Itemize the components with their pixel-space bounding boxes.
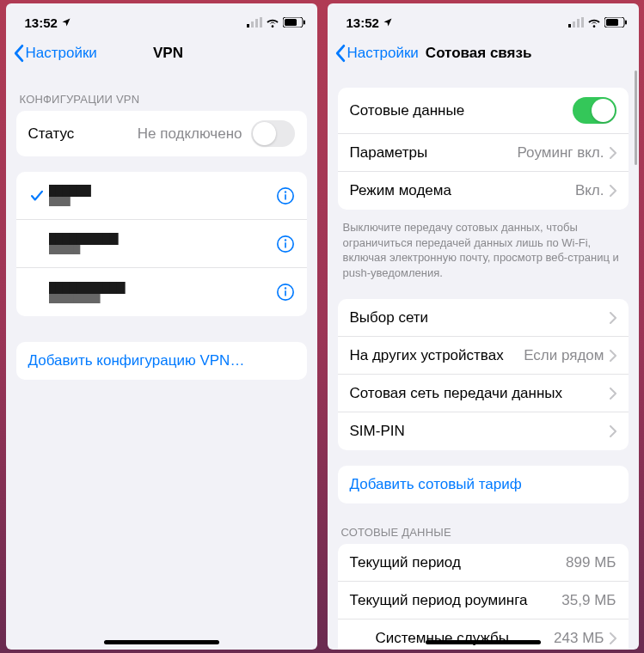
svg-rect-6: [304, 21, 305, 25]
vpn-sub: ██████████: [49, 294, 276, 303]
vpn-name: ██████: [49, 185, 276, 197]
current-period-label: Текущий период: [350, 554, 567, 571]
page-title: Сотовая связь: [426, 45, 532, 62]
status-toggle[interactable]: [251, 120, 295, 147]
add-vpn-label: Добавить конфигурацию VPN…: [28, 352, 245, 369]
home-indicator[interactable]: [426, 640, 541, 644]
status-bar: 13:52: [6, 3, 317, 34]
params-row[interactable]: Параметры Роуминг вкл.: [338, 134, 629, 172]
other-devices-value: Если рядом: [524, 347, 604, 364]
apn-row[interactable]: Сотовая сеть передачи данных: [338, 375, 629, 412]
chevron-right-icon: [610, 312, 616, 324]
svg-rect-22: [625, 21, 627, 25]
info-icon[interactable]: [276, 186, 295, 205]
svg-rect-5: [285, 19, 297, 26]
info-icon[interactable]: [276, 235, 295, 253]
current-period-row[interactable]: Текущий период 899 МБ: [338, 544, 629, 582]
chevron-right-icon: [610, 388, 616, 400]
status-time: 13:52: [25, 15, 58, 30]
home-indicator[interactable]: [104, 640, 219, 644]
vpn-config-item[interactable]: ██████████ ██████: [16, 220, 307, 268]
params-value: Роуминг вкл.: [518, 144, 604, 162]
svg-rect-2: [255, 19, 258, 27]
other-devices-row[interactable]: На других устройствах Если рядом: [338, 337, 629, 375]
chevron-left-icon: [13, 44, 24, 63]
svg-point-15: [285, 288, 285, 289]
add-vpn-button[interactable]: Добавить конфигурацию VPN…: [16, 342, 307, 380]
cellular-footer: Выключите передачу сотовых данных, чтобы…: [328, 215, 639, 280]
svg-rect-18: [577, 19, 580, 27]
scrollbar[interactable]: [635, 70, 637, 165]
location-icon: [383, 17, 393, 27]
chevron-right-icon: [610, 350, 616, 362]
nav-bar: Настройки Сотовая связь: [328, 34, 639, 72]
info-icon[interactable]: [276, 283, 295, 302]
svg-rect-16: [568, 24, 571, 27]
back-button[interactable]: Настройки: [334, 44, 419, 63]
phone-left: 13:52 Настройки VPN КОНФИГУРАЦИИ VPN Ста…: [6, 3, 317, 650]
hotspot-label: Режим модема: [350, 182, 575, 199]
back-label: Настройки: [26, 45, 97, 62]
svg-rect-1: [251, 21, 254, 27]
network-label: Выбор сети: [350, 309, 604, 326]
svg-rect-0: [247, 24, 249, 27]
params-label: Параметры: [350, 144, 518, 162]
cellular-data-label: Сотовые данные: [350, 102, 573, 119]
location-icon: [61, 17, 71, 27]
chevron-right-icon: [610, 147, 616, 159]
add-plan-group: Добавить сотовый тариф: [338, 466, 629, 503]
wifi-icon: [587, 17, 601, 27]
content: Сотовые данные Параметры Роуминг вкл. Ре…: [328, 72, 639, 650]
chevron-right-icon: [610, 425, 616, 437]
svg-rect-3: [260, 17, 262, 27]
hotspot-row[interactable]: Режим модема Вкл.: [338, 172, 629, 210]
apn-label: Сотовая сеть передачи данных: [350, 385, 604, 402]
cellular-group: Сотовые данные Параметры Роуминг вкл. Ре…: [338, 88, 629, 210]
vpn-config-item[interactable]: ██████ ████: [16, 172, 307, 220]
vpn-config-item[interactable]: ███████████ ██████████: [16, 268, 307, 316]
svg-rect-17: [573, 21, 575, 27]
nav-bar: Настройки VPN: [6, 34, 317, 72]
signal-icon: [247, 17, 262, 27]
vpn-name: ███████████: [49, 282, 276, 294]
add-config-group: Добавить конфигурацию VPN…: [16, 342, 307, 380]
status-bar: 13:52: [328, 3, 639, 34]
page-title: VPN: [153, 45, 183, 62]
chevron-right-icon: [610, 185, 616, 197]
chevron-left-icon: [334, 44, 346, 63]
system-services-value: 243 МБ: [554, 630, 604, 647]
status-group: Статус Не подключено: [16, 111, 307, 156]
roaming-period-label: Текущий период роуминга: [350, 592, 562, 609]
battery-icon: [604, 17, 627, 27]
other-devices-label: На других устройствах: [350, 347, 524, 364]
battery-icon: [283, 17, 305, 27]
add-plan-label: Добавить сотовый тариф: [350, 476, 522, 493]
current-period-value: 899 МБ: [566, 554, 616, 571]
cellular-data-row: Сотовые данные: [338, 88, 629, 134]
status-time: 13:52: [347, 15, 379, 30]
status-row: Статус Не подключено: [16, 111, 307, 156]
roaming-period-value: 35,9 МБ: [561, 592, 616, 609]
system-services-row[interactable]: Системные службы 243 МБ: [338, 619, 629, 650]
sim-pin-row[interactable]: SIM-PIN: [338, 412, 629, 450]
svg-rect-21: [606, 19, 618, 26]
roaming-period-row[interactable]: Текущий период роуминга 35,9 МБ: [338, 582, 629, 619]
add-plan-button[interactable]: Добавить сотовый тариф: [338, 466, 629, 503]
vpn-name: ██████████: [49, 233, 276, 245]
hotspot-value: Вкл.: [575, 182, 604, 199]
back-button[interactable]: Настройки: [13, 44, 97, 63]
sim-pin-label: SIM-PIN: [350, 423, 604, 440]
section-header-configs: КОНФИГУРАЦИИ VPN: [6, 72, 317, 111]
usage-group: Текущий период 899 МБ Текущий период роу…: [338, 544, 629, 650]
vpn-sub: ████: [49, 197, 276, 206]
network-row[interactable]: Выбор сети: [338, 299, 629, 337]
checkmark-icon: [25, 188, 49, 204]
vpn-config-group: ██████ ████ ██████████ ██████ ██████████…: [16, 172, 307, 316]
cellular-data-toggle[interactable]: [573, 97, 616, 124]
back-label: Настройки: [347, 45, 419, 62]
svg-point-12: [285, 239, 285, 240]
content: КОНФИГУРАЦИИ VPN Статус Не подключено ██…: [6, 72, 317, 650]
svg-point-9: [285, 191, 285, 192]
vpn-sub: ██████: [49, 245, 276, 254]
status-label: Статус: [28, 125, 138, 143]
